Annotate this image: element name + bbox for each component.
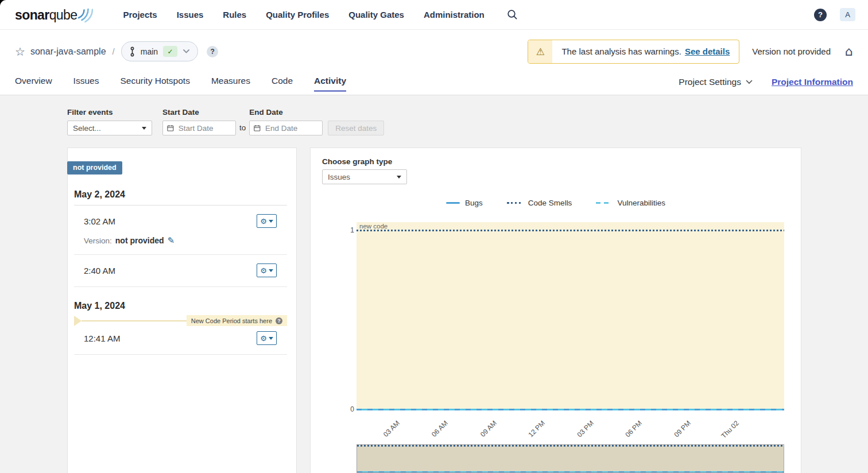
legend-code-smells[interactable]: Code Smells	[507, 199, 572, 207]
mini-bugs-vulnerabilities-line	[357, 471, 784, 473]
calendar-icon	[254, 124, 261, 132]
tab-code[interactable]: Code	[272, 76, 293, 95]
graph-type-select[interactable]: Issues	[322, 169, 407, 184]
activity-chart-plot[interactable]: new code	[356, 222, 784, 410]
project-tabs-row: Overview Issues Security Hotspots Measur…	[15, 63, 853, 95]
tabs-right: Project Settings Project Information	[679, 77, 853, 95]
nav-item-issues[interactable]: Issues	[177, 10, 204, 20]
home-icon[interactable]: ⌂	[845, 45, 853, 58]
analysis-actions-button[interactable]: ⚙	[257, 214, 277, 228]
end-date-input[interactable]	[264, 123, 318, 133]
ribbon-flag-icon	[74, 316, 82, 326]
tab-issues[interactable]: Issues	[73, 76, 99, 95]
tab-overview[interactable]: Overview	[15, 76, 52, 95]
tab-measures[interactable]: Measures	[211, 76, 250, 95]
gear-icon: ⚙	[260, 335, 267, 342]
caret-down-icon	[269, 220, 273, 223]
to-label: to	[239, 123, 246, 135]
nav-item-quality-profiles[interactable]: Quality Profiles	[266, 10, 329, 20]
caret-down-icon	[397, 176, 401, 179]
analysis-time: 3:02 AM	[84, 216, 115, 226]
branch-help-icon[interactable]: ?	[207, 46, 218, 57]
legend-bugs[interactable]: Bugs	[446, 199, 483, 207]
end-date-label: End Date	[249, 108, 323, 117]
activity-page: Filter events Select... Start Date to En…	[0, 95, 868, 473]
project-information-link[interactable]: Project Information	[772, 77, 853, 87]
reset-dates-button[interactable]: Reset dates	[328, 121, 384, 135]
help-icon[interactable]: ?	[814, 9, 827, 21]
y-tick-1: 1	[335, 226, 354, 234]
panels: not provided May 2, 2024 3:02 AM ⚙ Versi…	[67, 148, 868, 473]
start-date-group: Start Date	[162, 108, 236, 135]
version-row: Version: not provided ✎	[74, 232, 287, 254]
mini-code-smells-line	[357, 445, 784, 447]
tab-security-hotspots[interactable]: Security Hotspots	[120, 76, 189, 95]
legend-vulnerabilities[interactable]: Vulnerabilities	[596, 199, 665, 207]
logo-waves-icon	[78, 3, 93, 22]
favorite-star-icon[interactable]: ☆	[15, 46, 25, 57]
vulnerabilities-line-swatch	[596, 202, 612, 204]
filter-events-group: Filter events Select...	[67, 108, 152, 135]
nav-item-quality-gates[interactable]: Quality Gates	[348, 10, 404, 20]
version-label: Version not provided	[752, 46, 831, 56]
main-nav: Projects Issues Rules Quality Profiles Q…	[123, 10, 484, 20]
analysis-entry: 2:40 AM ⚙	[74, 255, 287, 286]
analyses-timeline: May 2, 2024 3:02 AM ⚙ Version: not provi…	[68, 148, 296, 355]
avatar[interactable]: A	[840, 8, 855, 21]
bugs-vulnerabilities-line	[356, 409, 784, 410]
header-right: ⚠ The last analysis has warnings. See de…	[528, 40, 853, 64]
nav-right: ? A	[814, 8, 855, 21]
activity-graph-panel: Choose graph type Issues Bugs Code Smell…	[310, 148, 801, 473]
start-date-label: Start Date	[162, 108, 236, 117]
analysis-entry: 3:02 AM ⚙	[74, 206, 287, 232]
choose-graph-type-label: Choose graph type	[322, 157, 392, 166]
new-code-annotation: new code	[359, 223, 388, 230]
analysis-actions-button[interactable]: ⚙	[257, 263, 277, 277]
zoom-brush-chart[interactable]	[356, 444, 784, 473]
project-name-link[interactable]: sonar-java-sample	[30, 46, 106, 57]
analysis-actions-button[interactable]: ⚙	[257, 331, 277, 345]
tab-activity[interactable]: Activity	[314, 76, 346, 95]
sonarqube-logo[interactable]: sonarqube	[15, 6, 93, 24]
version-row-label: Version:	[84, 236, 112, 245]
edit-version-pencil-icon[interactable]: ✎	[168, 236, 175, 245]
nav-item-projects[interactable]: Projects	[123, 10, 157, 20]
new-code-help-icon[interactable]: ?	[276, 317, 282, 324]
warning-triangle-icon: ⚠	[528, 40, 552, 63]
search-button[interactable]	[506, 9, 518, 21]
version-badge: not provided	[67, 161, 122, 175]
bugs-line-swatch	[446, 202, 460, 204]
branch-icon	[129, 46, 135, 57]
caret-down-icon	[269, 337, 273, 340]
filter-events-select[interactable]: Select...	[67, 121, 152, 135]
new-code-period-ribbon: New Code Period starts here ?	[74, 315, 287, 326]
logo-text: sonarqube	[15, 6, 77, 24]
start-date-input[interactable]	[177, 123, 231, 133]
graph-legend: Bugs Code Smells Vulnerabilities	[311, 199, 801, 207]
search-icon	[506, 9, 518, 21]
filters-bar: Filter events Select... Start Date to En…	[67, 108, 868, 135]
filter-events-label: Filter events	[67, 108, 152, 117]
analyses-list-panel: not provided May 2, 2024 3:02 AM ⚙ Versi…	[67, 148, 297, 473]
breadcrumb: ☆ sonar-java-sample / main ✓ ? ⚠ The las…	[15, 30, 853, 63]
top-nav: sonarqube Projects Issues Rules Quality …	[0, 0, 868, 30]
analysis-time: 2:40 AM	[84, 266, 115, 276]
ribbon-line	[82, 320, 187, 321]
quality-gate-check-icon: ✓	[163, 46, 177, 57]
warning-text: The last analysis has warnings. See deta…	[552, 40, 739, 63]
chevron-down-icon	[183, 49, 190, 54]
calendar-icon	[167, 124, 174, 132]
nav-item-rules[interactable]: Rules	[223, 10, 246, 20]
date-group-heading: May 2, 2024	[74, 185, 287, 206]
nav-item-administration[interactable]: Administration	[424, 10, 485, 20]
analysis-time: 12:41 AM	[84, 334, 120, 343]
new-code-period-label: New Code Period starts here ?	[187, 315, 287, 326]
branch-selector[interactable]: main ✓	[121, 41, 198, 61]
project-settings-menu[interactable]: Project Settings	[679, 77, 753, 87]
see-details-link[interactable]: See details	[685, 46, 730, 56]
caret-down-icon	[269, 269, 273, 272]
entry-divider	[74, 354, 287, 355]
gear-icon: ⚙	[260, 218, 267, 225]
date-group-heading: May 1, 2024	[74, 296, 287, 313]
project-tabs: Overview Issues Security Hotspots Measur…	[15, 76, 346, 95]
